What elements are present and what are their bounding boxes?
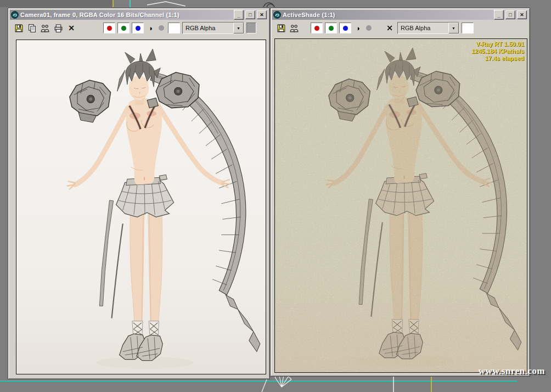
render-image bbox=[16, 40, 266, 374]
channel-display-dropdown[interactable]: RGB Alpha ▼ bbox=[397, 22, 459, 34]
activeshade-window: ActiveShade (1:1) _ □ ✕ ◑ ✕ RGB Alpha ▼ bbox=[270, 8, 530, 377]
print-icon[interactable] bbox=[53, 23, 64, 33]
save-icon[interactable] bbox=[13, 23, 24, 33]
close-button[interactable]: ✕ bbox=[257, 10, 267, 19]
vray-render-stats: V-Ray RT 1.50.01 1245.184 KPaths/s 17.4s… bbox=[471, 41, 524, 62]
vray-elapsed-time: 17.4s elapsed bbox=[471, 55, 524, 62]
blue-dot-icon bbox=[343, 26, 348, 31]
chevron-down-icon[interactable]: ▼ bbox=[448, 23, 459, 33]
render-frame-toolbar: ✕ ◑ RGB Alpha ▼ bbox=[10, 20, 268, 36]
maximize-button[interactable]: □ bbox=[505, 10, 515, 19]
channel-display-value: RGB Alpha bbox=[401, 25, 430, 31]
monochrome-channel-icon[interactable]: ◑ bbox=[146, 24, 155, 32]
green-channel-button[interactable] bbox=[117, 23, 130, 33]
close-button[interactable]: ✕ bbox=[517, 10, 527, 19]
alpha-channel-icon[interactable] bbox=[157, 25, 166, 31]
minimize-button[interactable]: _ bbox=[494, 10, 504, 20]
minimize-button[interactable]: _ bbox=[234, 10, 244, 20]
window-title: ActiveShade (1:1) bbox=[283, 12, 492, 18]
activeshade-toolbar: ◑ ✕ RGB Alpha ▼ bbox=[272, 20, 528, 36]
red-channel-button[interactable] bbox=[311, 23, 323, 33]
color-swatch[interactable] bbox=[168, 23, 180, 33]
render-frame-titlebar[interactable]: Camera01, frame 0, RGBA Color 16 Bits/Ch… bbox=[10, 10, 268, 20]
render-noise-overlay bbox=[275, 39, 527, 372]
blue-channel-button[interactable] bbox=[339, 23, 351, 33]
blue-channel-button[interactable] bbox=[132, 23, 144, 33]
monochrome-channel-icon[interactable]: ◑ bbox=[353, 24, 362, 32]
green-dot-icon bbox=[329, 26, 334, 31]
green-dot-icon bbox=[121, 26, 126, 31]
vray-paths-rate: 1245.184 KPaths/s bbox=[471, 48, 524, 55]
channel-display-dropdown[interactable]: RGB Alpha ▼ bbox=[182, 22, 244, 34]
watermark: www.snren.com bbox=[479, 366, 545, 377]
clear-icon[interactable]: ✕ bbox=[66, 23, 77, 33]
background-color-swatch[interactable] bbox=[246, 23, 256, 33]
blue-dot-icon bbox=[136, 26, 140, 31]
activeshade-titlebar[interactable]: ActiveShade (1:1) _ □ ✕ bbox=[272, 10, 528, 20]
clear-icon[interactable]: ✕ bbox=[384, 23, 395, 33]
channel-display-value: RGB Alpha bbox=[185, 25, 215, 31]
green-channel-button[interactable] bbox=[325, 23, 337, 33]
maximize-button[interactable]: □ bbox=[245, 10, 255, 19]
3dsmax-app-icon bbox=[11, 11, 19, 19]
window-title: Camera01, frame 0, RGBA Color 16 Bits/Ch… bbox=[20, 12, 232, 18]
activeshade-render-image: V-Ray RT 1.50.01 1245.184 KPaths/s 17.4s… bbox=[274, 38, 527, 373]
clone-rendered-frame-icon[interactable] bbox=[40, 23, 50, 33]
save-icon[interactable] bbox=[276, 23, 286, 33]
red-dot-icon bbox=[314, 26, 319, 31]
3dsmax-app-icon bbox=[273, 11, 281, 19]
red-channel-button[interactable] bbox=[103, 23, 115, 33]
color-swatch[interactable] bbox=[462, 23, 474, 33]
clone-rendered-frame-icon[interactable] bbox=[289, 23, 300, 33]
alpha-channel-icon[interactable] bbox=[364, 25, 373, 31]
chevron-down-icon[interactable]: ▼ bbox=[233, 23, 244, 33]
red-dot-icon bbox=[107, 26, 112, 31]
vray-version: V-Ray RT 1.50.01 bbox=[471, 41, 524, 48]
render-frame-window: Camera01, frame 0, RGBA Color 16 Bits/Ch… bbox=[8, 8, 270, 379]
copy-icon[interactable] bbox=[26, 23, 37, 33]
